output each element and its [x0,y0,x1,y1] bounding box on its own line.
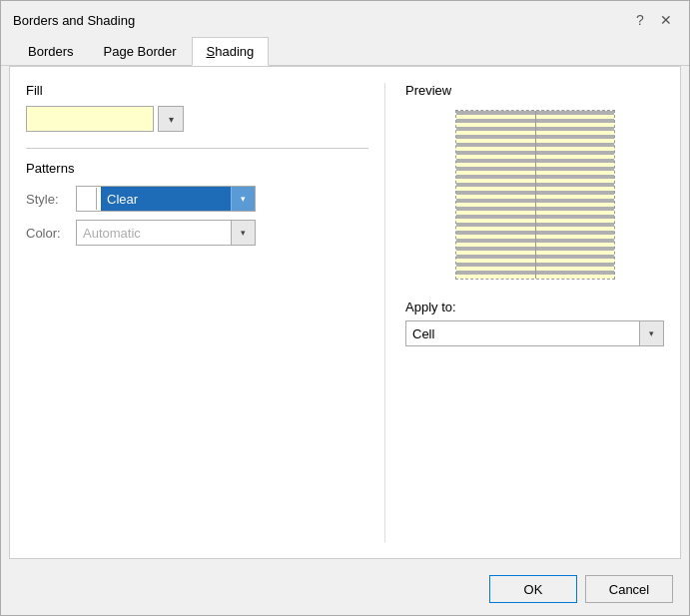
apply-to-value: Cell [406,326,639,341]
color-label: Color: [26,226,76,241]
svg-rect-5 [535,111,614,279]
title-bar-controls: ? ✕ [629,9,677,31]
chevron-down-icon [241,194,246,204]
fill-label: Fill [26,83,368,98]
left-panel: Fill Patterns Style: Clear [26,83,385,542]
style-select[interactable]: Clear [76,186,256,212]
left-stripes [456,111,535,279]
style-field-row: Style: Clear [26,186,368,212]
preview-divider [535,111,536,279]
ok-button[interactable]: OK [489,575,577,603]
color-field-row: Color: Automatic [26,220,368,246]
patterns-label: Patterns [26,161,368,176]
svg-rect-2 [456,111,535,279]
fill-color-dropdown-button[interactable] [158,106,184,132]
dialog-body: Fill Patterns Style: Clear [9,66,681,559]
section-divider [26,148,368,149]
chevron-down-icon [169,114,174,125]
right-stripes [535,111,614,279]
style-select-value: Clear [101,187,231,211]
fill-row [26,106,368,132]
tab-bar: Borders Page Border Shading [1,37,689,66]
color-dropdown-button[interactable] [231,221,255,245]
style-label: Style: [26,192,76,207]
cancel-button[interactable]: Cancel [585,575,673,603]
preview-label: Preview [405,83,664,98]
title-bar: Borders and Shading ? ✕ [1,1,689,37]
borders-and-shading-dialog: Borders and Shading ? ✕ Borders Page Bor… [0,0,690,616]
right-panel: Preview [385,83,664,542]
style-swatch [77,188,97,210]
color-select-value: Automatic [77,226,231,241]
tab-page-border[interactable]: Page Border [89,37,192,66]
tab-shading[interactable]: Shading [192,37,270,66]
preview-cell-right [535,111,614,279]
color-select[interactable]: Automatic [76,220,256,246]
chevron-down-icon [241,228,246,238]
fill-color-swatch[interactable] [26,106,154,132]
preview-cell-left [456,111,535,279]
help-button[interactable]: ? [629,9,651,31]
dialog-title: Borders and Shading [13,13,135,28]
tab-shading-label: Shading [207,44,255,59]
dialog-footer: OK Cancel [1,567,689,615]
close-button[interactable]: ✕ [655,9,677,31]
tab-borders[interactable]: Borders [13,37,89,66]
style-dropdown-button[interactable] [231,187,255,211]
apply-to-dropdown-button[interactable] [639,321,663,345]
apply-to-select[interactable]: Cell [405,320,664,346]
tab-borders-label: Borders [28,44,74,59]
preview-box [455,110,615,280]
tab-page-border-label: Page Border [104,44,177,59]
preview-area [455,110,615,280]
chevron-down-icon [649,328,654,338]
apply-to-label: Apply to: [405,300,664,314]
